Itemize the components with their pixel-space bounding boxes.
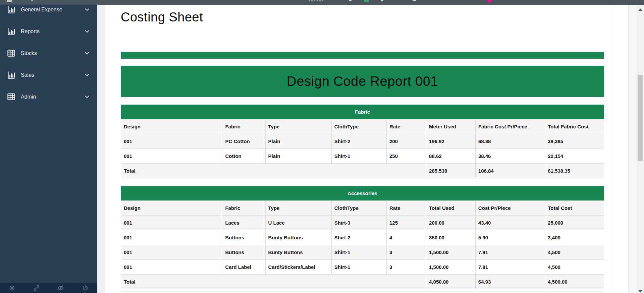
column-header: Design — [121, 201, 222, 216]
table-cell: Laces — [222, 216, 265, 230]
table-cell: Bunty Buttons — [265, 245, 331, 260]
report-table: DesignFabricTypeClothTypeRateMeter UsedF… — [121, 119, 604, 178]
section-header: Accessories — [121, 186, 604, 200]
eye-slash-icon — [57, 285, 64, 291]
table-cell: Shirt-2 — [331, 134, 386, 149]
browser-artifact — [381, 0, 383, 1]
total-label: Total — [121, 164, 426, 178]
table-cell: 250 — [386, 149, 426, 164]
table-cell: 850.00 — [426, 230, 476, 245]
table-row: 001CottonPlainShirt-125088.6238.4622,154 — [121, 149, 604, 164]
table-cell: Shirt-1 — [331, 149, 386, 164]
sidebar-item-admin[interactable]: Admin — [0, 86, 97, 108]
browser-artifact-grid-icon — [7, 0, 12, 2]
page-title: Costing Sheet — [121, 10, 203, 24]
column-header: Type — [265, 201, 331, 216]
next-section-partial — [121, 291, 604, 293]
table-cell: 3 — [386, 245, 426, 260]
table-cell: 68.38 — [475, 134, 545, 149]
column-header: Total Cost — [545, 201, 604, 216]
content-gutter — [97, 5, 105, 293]
topbar — [0, 0, 644, 5]
table-cell: Shirt-1 — [331, 245, 386, 260]
total-cell: 106.84 — [475, 164, 545, 178]
main-content: Costing Sheet Design Code Report 001 Fab… — [105, 5, 628, 293]
column-header: ClothType — [331, 201, 386, 216]
total-cell: 4,500.00 — [545, 275, 604, 289]
column-header: ClothType — [331, 119, 386, 134]
sidebar-item-sales[interactable]: Sales — [0, 64, 97, 86]
table-cell: 125 — [386, 216, 426, 230]
sidebar-item-label: General Expense — [21, 7, 84, 13]
table-cell: 001 — [121, 134, 222, 149]
header-row: DesignFabricTypeClothTypeRateMeter UsedF… — [121, 119, 604, 134]
table-cell: Shirt-1 — [331, 260, 386, 275]
table-cell: Card Label — [222, 260, 265, 275]
settings-gear-icon — [9, 285, 15, 291]
table-cell: Plain — [265, 134, 331, 149]
scrollbar[interactable] — [629, 5, 644, 293]
report-title: Design Code Report 001 — [287, 74, 438, 89]
chevron-down-icon — [84, 7, 90, 12]
total-cell: 61,538.35 — [545, 164, 604, 178]
table-cell: Cotton — [222, 149, 265, 164]
table-cell: 4 — [386, 230, 426, 245]
table-cell: 5.90 — [475, 230, 545, 245]
table-cell: Bunty Buttons — [265, 230, 331, 245]
total-row: Total285.538106.8461,538.35 — [121, 164, 604, 178]
browser-artifact — [413, 0, 416, 1]
scroll-up-arrow-icon[interactable] — [638, 8, 642, 11]
report-section: FabricDesignFabricTypeClothTypeRateMeter… — [121, 105, 604, 178]
total-label: Total — [121, 275, 426, 289]
sidebar-item-label: Admin — [21, 94, 84, 100]
table-cell: Card/Stickers/Label — [265, 260, 331, 275]
table-cell: 001 — [121, 230, 222, 245]
table-cell: 001 — [121, 260, 222, 275]
table-cell: Shirt-2 — [331, 230, 386, 245]
table-cell: 001 — [121, 245, 222, 260]
header-row: DesignFabricTypeClothTypeRateTotal UsedC… — [121, 201, 604, 216]
chevron-down-icon — [84, 94, 90, 100]
fullscreen-button[interactable] — [24, 283, 49, 293]
scrollbar-thumb[interactable] — [638, 75, 643, 161]
card-right-border — [612, 5, 612, 293]
table-cell: 88.62 — [426, 149, 476, 164]
column-header: Cost Pr/Piece — [475, 201, 545, 216]
column-header: Total Used — [426, 201, 476, 216]
table-cell: 22,154 — [545, 149, 604, 164]
table-cell: 38.46 — [475, 149, 545, 164]
table-cell: 200 — [386, 134, 426, 149]
sidebar-item-label: Stocks — [21, 50, 84, 56]
scroll-down-arrow-icon[interactable] — [638, 290, 642, 293]
bar-chart-icon — [7, 70, 16, 79]
table-cell: 7.81 — [475, 260, 545, 275]
table-cell: 4,500 — [545, 260, 604, 275]
chevron-down-icon — [84, 72, 90, 78]
sidebar-item-stocks[interactable]: Stocks — [0, 42, 97, 64]
column-header: Fabric — [222, 119, 265, 134]
sidebar-item-reports[interactable]: Reports — [0, 20, 97, 42]
table-cell: U Lace — [265, 216, 331, 230]
table-cell: 196.92 — [426, 134, 476, 149]
bar-chart-icon — [7, 27, 16, 36]
chevron-down-icon — [84, 50, 90, 56]
table-cell: Buttons — [222, 230, 265, 245]
table-cell: 3 — [386, 260, 426, 275]
total-cell: 4,050.00 — [426, 275, 476, 289]
table-cell: 1,500.00 — [426, 245, 476, 260]
table-row: 001Card LabelCard/Stickers/LabelShirt-13… — [121, 260, 604, 275]
report-sections: FabricDesignFabricTypeClothTypeRateMeter… — [121, 105, 604, 289]
section-header: Fabric — [121, 105, 604, 119]
table-cell: 200.00 — [426, 216, 476, 230]
browser-artifact — [31, 0, 33, 1]
table-row: 001ButtonsBunty ButtonsShirt-24850.005.9… — [121, 230, 604, 245]
total-cell: 285.538 — [426, 164, 476, 178]
hide-menu-button[interactable] — [49, 283, 73, 293]
sidebar-footer — [0, 283, 97, 293]
column-header: Design — [121, 119, 222, 134]
logout-button[interactable] — [73, 283, 98, 293]
settings-button[interactable] — [0, 283, 24, 293]
sidebar-item-label: Reports — [21, 28, 84, 35]
table-cell: 001 — [121, 149, 222, 164]
fullscreen-icon — [33, 285, 40, 291]
